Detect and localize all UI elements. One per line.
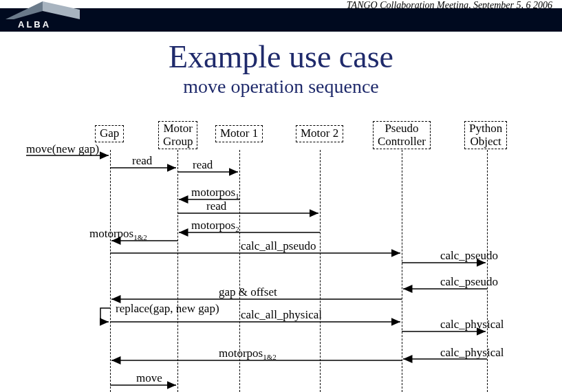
sequence-diagram: Gap Motor Group Motor 1 Motor 2 Pseudo C… (0, 117, 562, 392)
svg-marker-0 (6, 1, 43, 19)
page-subtitle: move operation sequence (0, 76, 562, 98)
arrows-layer (0, 117, 562, 392)
page-title: Example use case (0, 39, 562, 75)
logo-text: ALBA (18, 19, 51, 30)
svg-marker-1 (43, 1, 80, 19)
alba-logo: ALBA (6, 0, 88, 32)
